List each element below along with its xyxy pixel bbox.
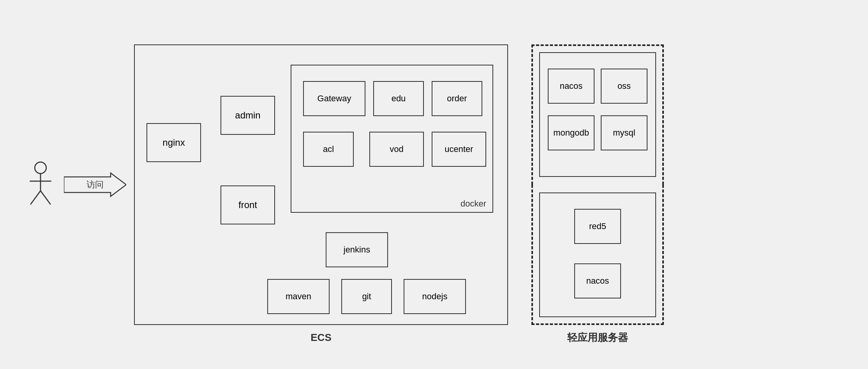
inner-top-box: nacos oss mongodb mysql <box>539 52 656 177</box>
git-label: git <box>362 291 371 302</box>
edu-label: edu <box>392 94 406 104</box>
docker-label: docker <box>460 199 486 209</box>
arrow-box: 访问 <box>64 171 126 198</box>
admin-label: admin <box>235 110 260 121</box>
svg-point-0 <box>35 162 46 173</box>
mysql-label: mysql <box>613 128 635 138</box>
light-server-outer: 轻应用服务器 nacos oss mongodb mysql <box>531 44 664 325</box>
red5-label: red5 <box>589 221 606 231</box>
ecs-label: ECS <box>311 332 331 344</box>
arrow-label: 访问 <box>86 179 104 191</box>
nginx-box: nginx <box>146 123 201 162</box>
person-svg <box>25 161 56 208</box>
red5-box: red5 <box>574 209 621 244</box>
mysql-box: mysql <box>601 115 647 150</box>
gateway-label: Gateway <box>318 94 351 104</box>
ucenter-label: ucenter <box>445 144 473 154</box>
maven-box: maven <box>267 279 330 314</box>
nacos-bottom-label: nacos <box>586 276 609 286</box>
edu-box: edu <box>373 81 424 116</box>
gateway-box: Gateway <box>303 81 365 116</box>
acl-box: acl <box>303 132 354 167</box>
diagram-inner: 访问 ECS nginx admin front docker Gatewa <box>25 17 843 352</box>
diagram-container: 访问 ECS nginx admin front docker Gatewa <box>0 0 868 369</box>
nacos-top-box: nacos <box>548 69 595 104</box>
admin-box: admin <box>221 96 275 135</box>
front-label: front <box>238 200 257 210</box>
nacos-bottom-box: nacos <box>574 263 621 298</box>
mongodb-label: mongodb <box>553 128 589 138</box>
mongodb-box: mongodb <box>548 115 595 150</box>
nodejs-label: nodejs <box>422 291 448 302</box>
git-box: git <box>341 279 392 314</box>
oss-box: oss <box>601 69 647 104</box>
svg-line-3 <box>30 191 41 204</box>
arrow-container: 访问 <box>64 171 126 198</box>
jenkins-label: jenkins <box>344 245 370 255</box>
maven-label: maven <box>286 291 311 302</box>
front-box: front <box>221 185 275 224</box>
acl-label: acl <box>323 144 334 154</box>
nginx-label: nginx <box>162 137 185 148</box>
inner-bottom-box: red5 nacos <box>539 192 656 317</box>
docker-box: docker Gateway edu order acl vod uc <box>291 65 493 213</box>
vod-box: vod <box>369 132 424 167</box>
vod-label: vod <box>390 144 403 154</box>
order-label: order <box>447 94 467 104</box>
oss-label: oss <box>617 81 631 91</box>
svg-line-4 <box>41 191 51 204</box>
nacos-top-label: nacos <box>560 81 583 91</box>
jenkins-box: jenkins <box>326 232 388 267</box>
ecs-box: ECS nginx admin front docker Gateway e <box>134 44 508 325</box>
ucenter-box: ucenter <box>432 132 486 167</box>
person-figure <box>25 161 56 208</box>
nodejs-box: nodejs <box>404 279 466 314</box>
light-server-label: 轻应用服务器 <box>567 331 628 344</box>
order-box: order <box>432 81 482 116</box>
